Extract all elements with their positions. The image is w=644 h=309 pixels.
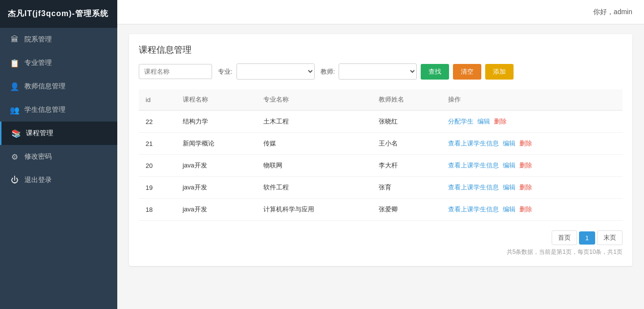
table-row: 18java开发计算机科学与应用张爱卿查看上课学生信息编辑删除 <box>139 199 623 221</box>
first-page-button[interactable]: 首页 <box>552 230 577 245</box>
teacher-label: 教师: <box>321 67 335 76</box>
action-删除-4[interactable]: 删除 <box>519 206 532 213</box>
action-编辑-2[interactable]: 编辑 <box>503 162 515 169</box>
cell-major: 物联网 <box>257 155 371 177</box>
sidebar-menu: 🏛 院系管理 📋 专业管理 👤 教师信息管理 👥 学生信息管理 📚 课程管理 ⚙… <box>0 28 117 309</box>
table-header: id 课程名称 专业名称 教师姓名 操作 <box>139 89 623 110</box>
sidebar-label-course: 课程管理 <box>26 129 53 138</box>
sidebar-item-department[interactable]: 🏛 院系管理 <box>0 28 117 51</box>
sidebar-label-department: 院系管理 <box>24 35 52 44</box>
cell-id: 21 <box>139 133 176 155</box>
main-area: 你好，admin 课程信息管理 专业: 教师: 查找 清空 添加 <box>117 0 644 309</box>
course-name-input[interactable] <box>139 64 212 79</box>
sidebar-label-password: 修改密码 <box>24 152 52 161</box>
table-row: 19java开发软件工程张育查看上课学生信息编辑删除 <box>139 177 623 199</box>
cell-course: java开发 <box>176 177 257 199</box>
action-编辑-4[interactable]: 编辑 <box>503 206 515 213</box>
cell-course: 新闻学概论 <box>176 133 257 155</box>
action-删除-3[interactable]: 删除 <box>519 184 532 191</box>
cell-major: 软件工程 <box>257 177 371 199</box>
action-分配学生-0[interactable]: 分配学生 <box>448 118 473 125</box>
topbar: 你好，admin <box>117 0 644 24</box>
major-label: 专业: <box>218 67 233 76</box>
action-查看上课学生信息-2[interactable]: 查看上课学生信息 <box>448 162 499 169</box>
cell-id: 22 <box>139 110 176 133</box>
cell-teacher: 李大杆 <box>372 155 442 177</box>
action-编辑-0[interactable]: 编辑 <box>477 118 490 125</box>
cell-course: java开发 <box>176 199 257 221</box>
student-icon: 👥 <box>10 105 20 115</box>
teacher-icon: 👤 <box>10 82 20 91</box>
sidebar-title: 杰凡IT(jf3qcom)-管理系统 <box>0 0 117 28</box>
cell-teacher: 王小名 <box>372 133 442 155</box>
table-body: 22结构力学土木工程张晓红分配学生编辑删除21新闻学概论传媒王小名查看上课学生信… <box>139 110 623 221</box>
cell-major: 传媒 <box>257 133 371 155</box>
col-actions: 操作 <box>441 89 623 110</box>
action-删除-2[interactable]: 删除 <box>519 162 532 169</box>
action-删除-0[interactable]: 删除 <box>494 118 507 125</box>
action-查看上课学生信息-1[interactable]: 查看上课学生信息 <box>448 140 499 147</box>
major-icon: 📋 <box>10 58 20 68</box>
cell-actions: 查看上课学生信息编辑删除 <box>441 199 623 221</box>
sidebar-item-course[interactable]: 📚 课程管理 <box>0 122 117 145</box>
course-table: id 课程名称 专业名称 教师姓名 操作 22结构力学土木工程张晓红分配学生编辑… <box>139 89 623 221</box>
cell-actions: 查看上课学生信息编辑删除 <box>441 177 623 199</box>
sidebar-item-teacher[interactable]: 👤 教师信息管理 <box>0 75 117 98</box>
page-info: 共5条数据，当前是第1页，每页10条，共1页 <box>139 248 623 256</box>
cell-id: 19 <box>139 177 176 199</box>
major-select[interactable] <box>236 63 315 80</box>
action-删除-1[interactable]: 删除 <box>519 140 532 147</box>
action-查看上课学生信息-3[interactable]: 查看上课学生信息 <box>448 184 499 191</box>
sidebar: 杰凡IT(jf3qcom)-管理系统 🏛 院系管理 📋 专业管理 👤 教师信息管… <box>0 0 117 309</box>
sidebar-label-student: 学生信息管理 <box>24 105 65 114</box>
clear-button[interactable]: 清空 <box>453 64 481 80</box>
cell-major: 计算机科学与应用 <box>257 199 371 221</box>
table-row: 22结构力学土木工程张晓红分配学生编辑删除 <box>139 110 623 133</box>
table-row: 20java开发物联网李大杆查看上课学生信息编辑删除 <box>139 155 623 177</box>
col-major: 专业名称 <box>257 89 371 110</box>
cell-actions: 查看上课学生信息编辑删除 <box>441 155 623 177</box>
page-card: 课程信息管理 专业: 教师: 查找 清空 添加 <box>129 34 632 266</box>
logout-icon: ⏻ <box>10 175 20 185</box>
course-icon: 📚 <box>11 128 21 138</box>
sidebar-label-teacher: 教师信息管理 <box>24 82 65 91</box>
pagination: 首页 1 末页 <box>139 230 623 245</box>
search-bar: 专业: 教师: 查找 清空 添加 <box>139 63 623 80</box>
page-1-button[interactable]: 1 <box>579 231 595 245</box>
sidebar-item-password[interactable]: ⚙ 修改密码 <box>0 145 117 168</box>
add-button[interactable]: 添加 <box>485 64 514 80</box>
table-row: 21新闻学概论传媒王小名查看上课学生信息编辑删除 <box>139 133 623 155</box>
page-title: 课程信息管理 <box>139 44 623 56</box>
cell-course: java开发 <box>176 155 257 177</box>
action-查看上课学生信息-4[interactable]: 查看上课学生信息 <box>448 206 499 213</box>
action-编辑-3[interactable]: 编辑 <box>503 184 515 191</box>
sidebar-item-student[interactable]: 👥 学生信息管理 <box>0 98 117 122</box>
sidebar-label-major: 专业管理 <box>24 59 52 67</box>
sidebar-item-major[interactable]: 📋 专业管理 <box>0 51 117 75</box>
cell-id: 18 <box>139 199 176 221</box>
cell-major: 土木工程 <box>257 110 371 133</box>
cell-teacher: 张爱卿 <box>372 199 442 221</box>
search-button[interactable]: 查找 <box>421 64 449 80</box>
action-编辑-1[interactable]: 编辑 <box>503 140 515 147</box>
cell-teacher: 张晓红 <box>372 110 442 133</box>
sidebar-item-logout[interactable]: ⏻ 退出登录 <box>0 168 117 192</box>
cell-id: 20 <box>139 155 176 177</box>
col-id: id <box>139 89 176 110</box>
cell-actions: 分配学生编辑删除 <box>441 110 623 133</box>
cell-teacher: 张育 <box>372 177 442 199</box>
content: 课程信息管理 专业: 教师: 查找 清空 添加 <box>117 24 644 309</box>
topbar-greeting: 你好，admin <box>593 8 632 17</box>
department-icon: 🏛 <box>10 35 20 44</box>
cell-actions: 查看上课学生信息编辑删除 <box>441 133 623 155</box>
password-icon: ⚙ <box>10 152 20 162</box>
cell-course: 结构力学 <box>176 110 257 133</box>
teacher-select[interactable] <box>339 63 417 80</box>
sidebar-label-logout: 退出登录 <box>24 176 52 185</box>
col-course: 课程名称 <box>176 89 257 110</box>
col-teacher: 教师姓名 <box>372 89 442 110</box>
last-page-button[interactable]: 末页 <box>597 230 623 245</box>
